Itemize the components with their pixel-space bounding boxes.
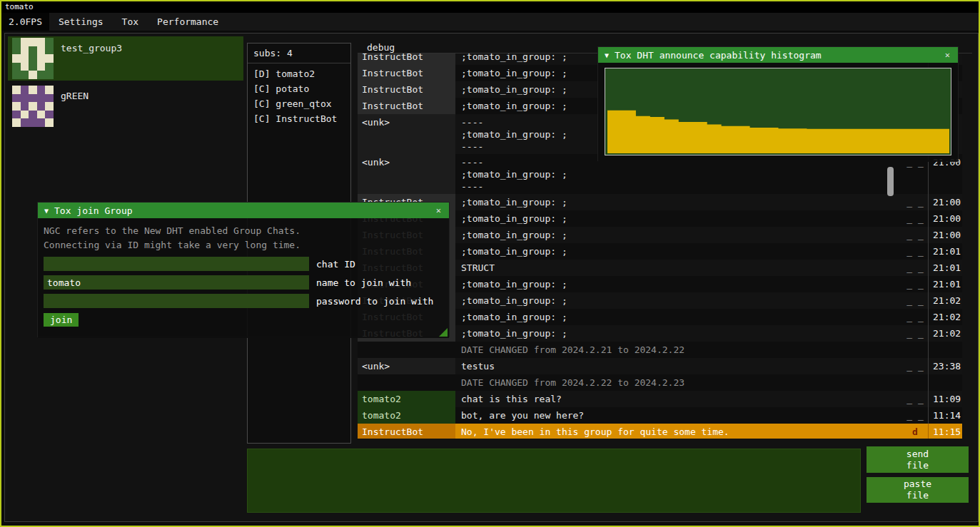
- group-item-gREEN[interactable]: gREEN: [8, 84, 243, 128]
- join-password-input[interactable]: [44, 294, 309, 308]
- message-flags: _ _: [902, 260, 928, 276]
- message-row[interactable]: <unk>testus_ _23:38: [358, 358, 962, 374]
- message-flags: _ _: [902, 325, 928, 342]
- message-text: ;tomato_in_group: ;: [455, 309, 902, 325]
- sender-name: InstructBot: [358, 53, 455, 65]
- send-file-button[interactable]: send file: [867, 446, 969, 473]
- message-flags: d: [902, 424, 928, 439]
- message-text: ;tomato_in_group: ;: [455, 227, 902, 243]
- message-row[interactable]: tomato2chat is this real?_ _11:09: [358, 391, 962, 407]
- chat-scrollbar[interactable]: [887, 167, 894, 196]
- histogram-plot: [605, 68, 951, 155]
- sender-name: tomato2: [358, 407, 455, 424]
- member-InstructBot[interactable]: [C] InstructBot: [248, 111, 350, 126]
- group-avatar: [12, 86, 54, 127]
- join-password-label: password to join with: [316, 296, 433, 307]
- sender-name: [358, 342, 455, 358]
- message-text: ;tomato_in_group: ;: [455, 243, 902, 260]
- histogram-window-titlebar[interactable]: ▼ Tox DHT announce capability histogram …: [598, 47, 958, 63]
- collapse-icon[interactable]: ▼: [44, 207, 49, 215]
- group-list: test_group3gREEN: [8, 36, 243, 132]
- message-flags: _ _: [902, 210, 928, 227]
- message-text: No, I've been in this group for quite so…: [455, 424, 902, 439]
- member-potato[interactable]: [C] potato: [248, 81, 350, 96]
- fps-counter: 2.0FPS: [1, 13, 49, 31]
- close-icon[interactable]: ✕: [435, 205, 443, 215]
- sender-name: <unk>: [358, 358, 455, 374]
- message-time: 23:38: [928, 358, 962, 374]
- histogram-window-title: Tox DHT announce capability histogram: [615, 50, 944, 61]
- app-window: tomato 2.0FPS SettingsToxPerformance tes…: [0, 0, 980, 527]
- member-tomato2[interactable]: [D] tomato2: [248, 66, 350, 81]
- message-text: bot, are you new here?: [455, 407, 902, 424]
- message-text: DATE CHANGED from 2024.2.21 to 2024.2.22: [455, 342, 902, 358]
- ngc-info-line-2: Connecting via ID might take a very long…: [44, 238, 443, 252]
- chat-id-label: chat ID: [316, 259, 355, 270]
- message-time: 21:00: [928, 227, 962, 243]
- message-flags: _ _: [902, 391, 928, 407]
- ngc-info-line-1: NGC refers to the New DHT enabled Group …: [44, 224, 443, 238]
- message-time: 11:09: [928, 391, 962, 407]
- menu-bar: 2.0FPS SettingsToxPerformance: [1, 13, 979, 31]
- os-titlebar: tomato: [1, 1, 979, 13]
- close-icon[interactable]: ✕: [944, 50, 951, 60]
- message-text: testus: [455, 358, 902, 374]
- resize-grip-icon[interactable]: [439, 328, 448, 337]
- message-time: 21:00: [928, 194, 962, 210]
- window-title: tomato: [5, 2, 34, 11]
- group-avatar: [12, 38, 54, 79]
- message-row[interactable]: InstructBotNo, I've been in this group f…: [358, 424, 962, 439]
- sender-name: <unk>: [358, 154, 455, 194]
- message-time: 21:02: [928, 325, 962, 342]
- message-flags: [902, 374, 928, 391]
- message-time: 11:15: [928, 424, 962, 439]
- message-time: [928, 374, 962, 391]
- sender-name: [358, 374, 455, 391]
- separator: [248, 63, 350, 63]
- message-time: 21:00: [928, 210, 962, 227]
- members-count: subs: 4: [248, 44, 350, 61]
- message-time: [928, 342, 962, 358]
- join-name-input[interactable]: [44, 275, 309, 290]
- sender-name: InstructBot: [358, 81, 455, 98]
- message-text: chat is this real?: [455, 391, 902, 407]
- message-time: 11:14: [928, 407, 962, 424]
- menu-item-performance[interactable]: Performance: [148, 13, 228, 31]
- join-window-body: NGC refers to the New DHT enabled Group …: [38, 218, 449, 338]
- message-input[interactable]: [247, 449, 861, 513]
- paste-file-button[interactable]: paste file: [867, 477, 969, 503]
- message-flags: _ _: [902, 243, 928, 260]
- menu-item-tox[interactable]: Tox: [113, 13, 148, 31]
- menu-item-settings[interactable]: Settings: [49, 13, 113, 31]
- group-name: test_group3: [61, 43, 122, 53]
- message-text: DATE CHANGED from 2024.2.22 to 2024.2.23: [455, 374, 902, 391]
- join-group-window: ▼ Tox join Group ✕ NGC refers to the New…: [37, 202, 450, 337]
- join-window-titlebar[interactable]: ▼ Tox join Group ✕: [38, 203, 449, 218]
- sender-name: InstructBot: [358, 424, 455, 439]
- message-text: STRUCT: [455, 260, 902, 276]
- join-button[interactable]: join: [44, 313, 79, 327]
- message-row[interactable]: DATE CHANGED from 2024.2.21 to 2024.2.22: [358, 342, 962, 358]
- chat-id-input[interactable]: [44, 257, 309, 271]
- message-text: ;tomato_in_group: ;: [455, 210, 902, 227]
- sender-name: InstructBot: [358, 65, 455, 81]
- message-flags: _ _: [902, 358, 928, 374]
- collapse-icon[interactable]: ▼: [605, 51, 609, 59]
- message-time: 21:02: [928, 292, 962, 309]
- message-flags: _ _: [902, 194, 928, 210]
- message-row[interactable]: DATE CHANGED from 2024.2.22 to 2024.2.23: [358, 374, 962, 391]
- member-green_qtox[interactable]: [C] green_qtox: [248, 96, 350, 111]
- message-flags: _ _: [902, 292, 928, 309]
- histogram-area: [607, 71, 949, 153]
- message-text: ;tomato_in_group: ;: [455, 292, 902, 309]
- message-time: 21:01: [928, 276, 962, 292]
- message-flags: _ _: [902, 276, 928, 292]
- message-time: 21:01: [928, 243, 962, 260]
- message-flags: _ _: [902, 407, 928, 424]
- sender-name: tomato2: [358, 391, 455, 407]
- message-flags: [902, 342, 928, 358]
- message-flags: _ _: [902, 309, 928, 325]
- message-row[interactable]: tomato2bot, are you new here?_ _11:14: [358, 407, 962, 424]
- tab-debug[interactable]: debug: [367, 42, 395, 53]
- group-item-test_group3[interactable]: test_group3: [8, 36, 243, 81]
